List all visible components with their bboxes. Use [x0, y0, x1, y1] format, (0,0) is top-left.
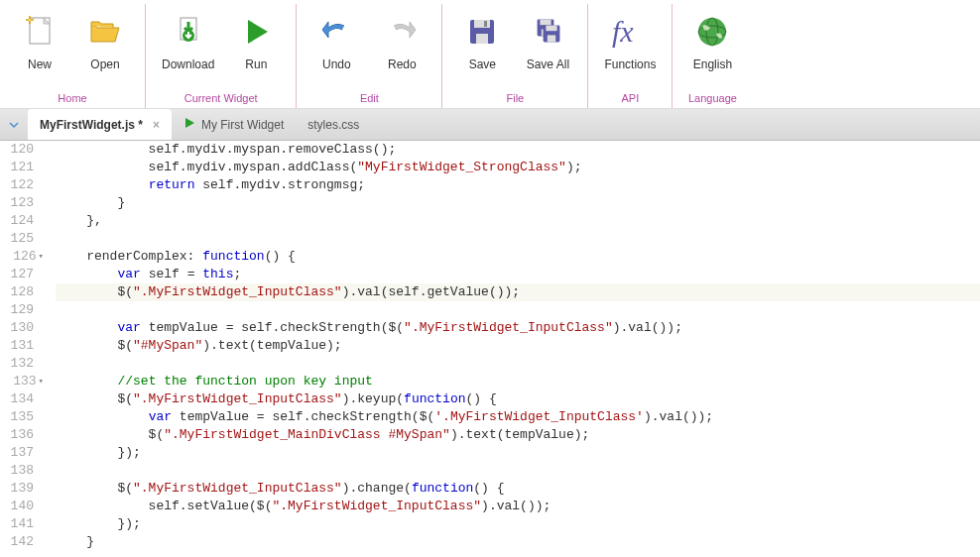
gutter-line-136: 136	[6, 426, 44, 444]
open-button-label: Open	[90, 57, 119, 71]
tab-myfirstwidget-js[interactable]: MyFirstWidget.js *×	[28, 109, 172, 140]
gutter-line-121: 121	[6, 159, 44, 176]
gutter-line-134: 134	[6, 390, 44, 408]
code-area[interactable]: self.mydiv.myspan.removeClass(); self.my…	[50, 141, 980, 557]
code-line-131[interactable]: $("#MySpan").text(tempValue);	[56, 337, 980, 355]
svg-rect-5	[474, 20, 490, 28]
code-line-123[interactable]: }	[56, 194, 980, 212]
code-line-125[interactable]	[56, 230, 980, 248]
gutter-line-140: 140	[6, 498, 44, 515]
code-line-134[interactable]: $(".MyFirstWidget_InputClass").keyup(fun…	[56, 390, 980, 408]
open-button[interactable]: Open	[73, 4, 137, 75]
download-button-label: Download	[162, 57, 214, 71]
code-line-137[interactable]: });	[56, 444, 980, 462]
ribbon-toolbar: NewOpenHomeDownloadRunCurrent WidgetUndo…	[0, 0, 980, 109]
open-icon	[81, 8, 129, 56]
chevron-down-icon	[9, 120, 19, 130]
english-button-label: English	[693, 57, 732, 71]
run-button-label: Run	[245, 57, 267, 71]
redo-button[interactable]: Redo	[370, 4, 433, 75]
code-line-132[interactable]	[56, 355, 980, 373]
gutter-line-120: 120	[6, 141, 44, 159]
gutter-line-138: 138	[6, 462, 44, 480]
code-line-140[interactable]: self.setValue($(".MyFirstWidget_InputCla…	[56, 498, 980, 515]
code-line-138[interactable]	[56, 462, 980, 480]
tab-styles-css-label: styles.css	[307, 118, 359, 132]
gutter-line-128: 128	[6, 283, 44, 301]
ribbon-group-label: Edit	[360, 92, 379, 108]
code-line-139[interactable]: $(".MyFirstWidget_InputClass").change(fu…	[56, 480, 980, 498]
svg-rect-9	[541, 20, 551, 26]
saveall-button[interactable]: Save All	[516, 4, 579, 75]
gutter-line-139: 139	[6, 480, 44, 498]
code-line-135[interactable]: var tempValue = self.checkStrength($('.M…	[56, 408, 980, 426]
code-line-130[interactable]: var tempValue = self.checkStrength($(".M…	[56, 319, 980, 337]
fold-marker[interactable]: ▾	[39, 248, 44, 266]
globe-icon	[688, 8, 736, 56]
close-icon[interactable]: ×	[153, 118, 160, 132]
gutter-line-135: 135	[6, 408, 44, 426]
tab-styles-css[interactable]: styles.css	[296, 109, 371, 140]
english-button[interactable]: English	[680, 4, 744, 75]
new-button[interactable]: New	[8, 4, 71, 75]
line-gutter: 120121122123124125126▾127128129130131132…	[0, 141, 50, 557]
tab-bar: MyFirstWidget.js *×My First Widgetstyles…	[0, 109, 980, 141]
gutter-line-127: 127	[6, 266, 44, 283]
tab-myfirstwidget-label: My First Widget	[201, 118, 284, 132]
code-line-141[interactable]: });	[56, 515, 980, 533]
ribbon-group-current-widget: DownloadRunCurrent Widget	[146, 4, 297, 108]
new-icon	[16, 8, 63, 56]
gutter-line-124: 124	[6, 212, 44, 230]
ribbon-group-language: EnglishLanguage	[673, 4, 752, 108]
tab-myfirstwidget[interactable]: My First Widget	[172, 109, 296, 140]
save-button[interactable]: Save	[450, 4, 514, 75]
new-button-label: New	[28, 57, 52, 71]
ribbon-group-edit: UndoRedoEdit	[297, 4, 442, 108]
svg-rect-13	[548, 35, 555, 42]
gutter-line-141: 141	[6, 515, 44, 533]
run-button[interactable]: Run	[224, 4, 288, 75]
ribbon-group-label: Language	[688, 92, 737, 108]
gutter-line-131: 131	[6, 337, 44, 355]
code-line-122[interactable]: return self.mydiv.strongmsg;	[56, 176, 980, 194]
code-editor[interactable]: 120121122123124125126▾127128129130131132…	[0, 141, 980, 557]
functions-button[interactable]: fxFunctions	[596, 4, 664, 75]
ribbon-group-label: File	[507, 92, 525, 108]
code-line-126[interactable]: renderComplex: function() {	[56, 248, 980, 266]
code-line-142[interactable]: }	[56, 533, 980, 551]
svg-rect-6	[476, 34, 488, 44]
code-line-121[interactable]: self.mydiv.myspan.addClass("MyFirstWidge…	[56, 159, 980, 176]
functions-button-label: Functions	[604, 57, 656, 71]
svg-point-1	[29, 19, 31, 21]
redo-icon	[378, 8, 426, 56]
gutter-line-122: 122	[6, 176, 44, 194]
ribbon-group-label: API	[622, 92, 640, 108]
svg-rect-12	[547, 26, 557, 32]
tab-dropdown[interactable]	[0, 109, 28, 140]
download-button[interactable]: Download	[154, 4, 222, 75]
ribbon-group-label: Current Widget	[184, 92, 258, 108]
saveall-icon	[524, 8, 571, 56]
code-line-136[interactable]: $(".MyFirstWidget_MainDivClass #MySpan")…	[56, 426, 980, 444]
code-line-120[interactable]: self.mydiv.myspan.removeClass();	[56, 141, 980, 159]
fold-marker[interactable]: ▾	[39, 373, 44, 390]
code-line-124[interactable]: },	[56, 212, 980, 230]
ribbon-group-label: Home	[58, 92, 86, 108]
undo-button[interactable]: Undo	[305, 4, 368, 75]
gutter-line-126: 126▾	[6, 248, 44, 266]
gutter-line-133: 133▾	[6, 373, 44, 390]
ribbon-group-home: NewOpenHome	[0, 4, 146, 108]
gutter-line-125: 125	[6, 230, 44, 248]
gutter-line-130: 130	[6, 319, 44, 337]
svg-point-15	[698, 18, 726, 46]
gutter-line-132: 132	[6, 355, 44, 373]
code-line-128[interactable]: $(".MyFirstWidget_InputClass").val(self.…	[56, 283, 980, 301]
code-line-133[interactable]: //set the function upon key input	[56, 373, 980, 390]
save-icon	[458, 8, 506, 56]
undo-button-label: Undo	[322, 57, 351, 71]
functions-icon: fx	[606, 8, 654, 56]
tab-myfirstwidget-js-label: MyFirstWidget.js *	[40, 118, 143, 132]
gutter-line-137: 137	[6, 444, 44, 462]
code-line-129[interactable]	[56, 301, 980, 319]
code-line-127[interactable]: var self = this;	[56, 266, 980, 283]
